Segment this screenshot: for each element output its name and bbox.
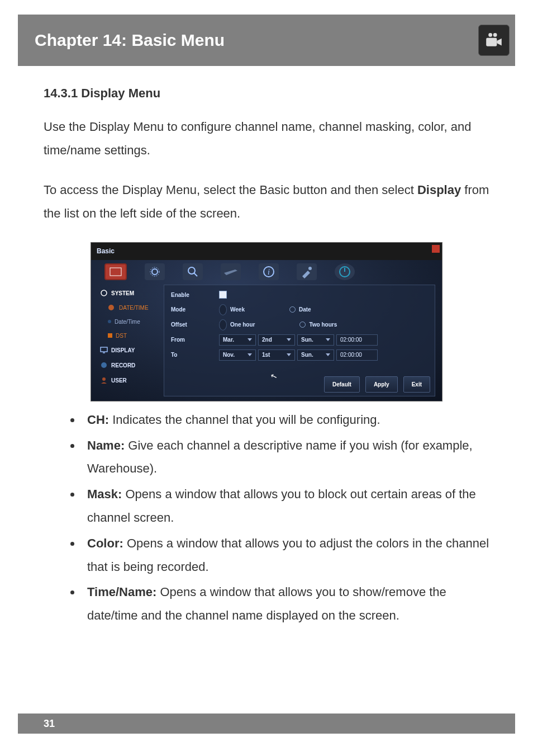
tab-shutdown-icon[interactable] — [335, 263, 355, 280]
bullet-term: Color: — [87, 536, 123, 550]
bullet-desc: Opens a window that allows you to block … — [87, 487, 476, 525]
sidebar-datetime-group-label: DATE/TIME — [119, 303, 149, 313]
svg-marker-8 — [224, 270, 237, 275]
to-time-field[interactable]: 02:00:00 — [336, 349, 378, 361]
chevron-down-icon — [248, 353, 252, 356]
list-item: Mask: Opens a window that allows you to … — [82, 483, 489, 530]
sidebar-sub-dst[interactable]: DST — [98, 329, 160, 343]
sidebar-item-user[interactable]: USER — [98, 373, 160, 388]
from-day-select[interactable]: Sun. — [297, 334, 334, 346]
camera-icon — [478, 25, 510, 56]
chevron-down-icon — [287, 338, 291, 341]
page-footer-bar: 31 — [18, 714, 515, 734]
bullet-term: Time/Name: — [87, 585, 156, 599]
svg-point-19 — [102, 377, 106, 381]
svg-rect-3 — [110, 268, 121, 276]
section-heading: 14.3.1 Display Menu — [44, 82, 489, 105]
chapter-header-bar: Chapter 14: Basic Menu — [18, 15, 515, 66]
bullet-icon — [108, 320, 111, 323]
from-label: From — [171, 334, 219, 345]
mode-date-option[interactable]: Date — [289, 304, 311, 315]
chevron-down-icon — [287, 353, 291, 356]
from-ordinal-select[interactable]: 2nd — [258, 334, 295, 346]
window-title: Basic — [91, 243, 442, 260]
tab-search-icon[interactable] — [183, 263, 203, 280]
tab-schedule-icon[interactable] — [221, 263, 241, 280]
svg-line-7 — [194, 273, 197, 276]
gear-icon — [100, 289, 108, 297]
sidebar-user-label: USER — [111, 375, 127, 386]
offset-twohours-option[interactable]: Two hours — [299, 319, 337, 330]
access-text-bold: Display — [417, 183, 461, 197]
offset-label: Offset — [171, 319, 219, 330]
tab-advanced-icon[interactable] — [145, 263, 165, 280]
sidebar-sub-datetime-group[interactable]: DATE/TIME — [98, 301, 160, 315]
list-item: Name: Give each channel a descriptive na… — [82, 434, 489, 481]
enable-label: Enable — [171, 290, 219, 300]
svg-point-14 — [101, 290, 107, 296]
access-paragraph: To access the Display Menu, select the B… — [44, 178, 489, 225]
from-month-select[interactable]: Mar. — [219, 334, 256, 346]
svg-text:i: i — [268, 268, 270, 276]
apply-button[interactable]: Apply — [365, 376, 398, 393]
list-item: Time/Name: Opens a window that allows yo… — [82, 580, 489, 627]
svg-point-2 — [493, 33, 497, 37]
to-ordinal-select[interactable]: 1st — [258, 349, 295, 361]
sidebar-dst-label: DST — [116, 330, 127, 341]
mode-week-option[interactable]: Week — [219, 304, 245, 315]
default-button[interactable]: Default — [324, 376, 360, 393]
svg-point-15 — [108, 305, 114, 310]
mode-label: Mode — [171, 304, 219, 315]
svg-point-11 — [308, 267, 312, 270]
radio-icon — [299, 322, 306, 328]
record-icon — [100, 361, 108, 369]
top-tab-row: i — [91, 260, 442, 285]
tab-basic-icon[interactable] — [104, 263, 127, 280]
globe-icon — [108, 304, 116, 311]
user-icon — [100, 376, 108, 384]
bullet-term: CH: — [87, 413, 109, 427]
sidebar-item-record[interactable]: RECORD — [98, 358, 160, 373]
to-label: To — [171, 349, 219, 360]
radio-icon — [219, 319, 227, 330]
bullet-term: Name: — [87, 438, 125, 452]
bullet-desc: Opens a window that allows you to adjust… — [87, 536, 489, 574]
list-item: CH: Indicates the channel that you will … — [82, 408, 489, 432]
access-text-a: To access the Display Menu, select the B… — [44, 183, 417, 197]
cursor-icon: ↖ — [268, 368, 279, 384]
mode-week-label: Week — [230, 304, 245, 315]
settings-panel: Enable Mode Week Date Offset — [164, 285, 435, 396]
dst-icon — [108, 333, 112, 338]
sidebar-item-system[interactable]: SYSTEM — [98, 286, 160, 301]
monitor-icon — [100, 346, 108, 354]
sidebar-system-label: SYSTEM — [111, 288, 134, 299]
tab-tools-icon[interactable] — [297, 263, 317, 280]
chevron-down-icon — [326, 338, 330, 341]
bullet-desc: Give each channel a descriptive name if … — [87, 438, 473, 476]
svg-point-1 — [488, 33, 492, 37]
sidebar: SYSTEM DATE/TIME Date/Time DST — [98, 285, 160, 396]
bullet-desc: Indicates the channel that you will be c… — [109, 413, 380, 427]
to-day-select[interactable]: Sun. — [297, 349, 334, 361]
from-time-field[interactable]: 02:00:00 — [336, 334, 378, 346]
radio-icon — [219, 304, 227, 315]
tab-info-icon[interactable]: i — [259, 263, 279, 280]
sidebar-datetime-label: Date/Time — [115, 316, 140, 327]
enable-checkbox[interactable] — [219, 291, 227, 299]
intro-paragraph: Use the Display Menu to configure channe… — [44, 115, 489, 162]
offset-onehour-option[interactable]: One hour — [219, 319, 255, 330]
sidebar-sub-datetime[interactable]: Date/Time — [98, 315, 160, 329]
offset-onehour-label: One hour — [230, 319, 255, 330]
sidebar-item-display[interactable]: DISPLAY — [98, 343, 160, 358]
page-number: 31 — [44, 718, 55, 730]
exit-button[interactable]: Exit — [403, 376, 430, 393]
svg-rect-0 — [486, 38, 497, 46]
svg-point-18 — [101, 362, 107, 368]
radio-icon — [289, 306, 296, 313]
svg-rect-16 — [101, 347, 107, 352]
chevron-down-icon — [248, 338, 252, 341]
bullet-list: CH: Indicates the channel that you will … — [44, 408, 489, 627]
close-icon[interactable] — [432, 245, 440, 253]
to-month-select[interactable]: Nov. — [219, 349, 256, 361]
chapter-title: Chapter 14: Basic Menu — [35, 31, 225, 50]
